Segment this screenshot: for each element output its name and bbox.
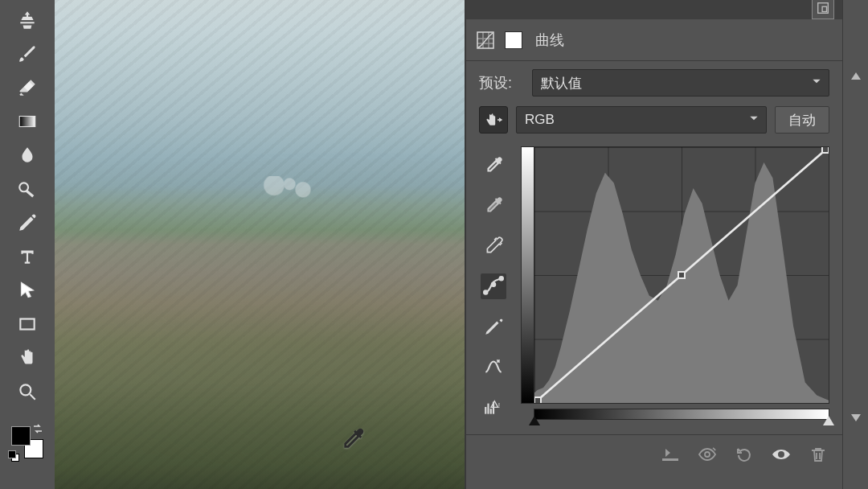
view-previous-state-icon[interactable] [698,446,717,463]
svg-point-1 [19,183,28,191]
default-colors-icon[interactable] [8,450,19,462]
clip-to-layer-icon[interactable] [661,446,680,463]
brush-tool[interactable] [10,39,45,69]
gradient-tool[interactable] [10,106,45,137]
svg-rect-11 [485,407,486,414]
svg-point-10 [500,277,503,280]
layer-mask-thumbnail[interactable] [505,31,522,49]
panel-title-text: 曲线 [535,31,564,50]
panel-dock-icon[interactable] [812,0,834,19]
black-point-eyedropper-icon[interactable] [481,153,506,179]
chevron-down-icon [811,75,822,91]
type-tool[interactable] [10,241,45,272]
curves-panel-header: 曲线 [466,19,842,61]
clone-stamp-tool[interactable] [10,5,45,35]
auto-button[interactable]: 自动 [775,106,829,134]
white-point-eyedropper-icon[interactable] [481,233,506,259]
delete-adjustment-icon[interactable] [809,446,828,463]
hand-tool[interactable] [10,343,45,373]
preset-label: 预设: [479,73,524,92]
adjustment-panel-footer [466,434,842,473]
gray-point-eyedropper-icon[interactable] [481,193,506,219]
targeted-adjustment-button[interactable] [479,106,508,134]
preset-select[interactable]: 默认值 [532,69,829,97]
svg-text:!: ! [498,401,500,409]
svg-point-8 [484,290,487,294]
rectangle-tool[interactable] [10,309,45,339]
svg-rect-12 [487,404,489,414]
svg-rect-6 [822,6,826,11]
preset-value: 默认值 [541,74,582,92]
curves-properties-panel: 曲线 预设: 默认值 RGB [466,0,842,489]
eraser-tool[interactable] [10,72,45,103]
canvas-image [55,0,465,489]
white-input-slider[interactable] [823,416,834,425]
smooth-curve-icon[interactable] [481,354,506,380]
curves-tool-strip: ! [479,146,508,420]
smudge-tool[interactable] [10,140,45,171]
curves-adjustment-icon [474,31,497,50]
histogram-clip-warning-icon[interactable]: ! [481,394,506,420]
svg-point-9 [492,283,495,286]
curve-point-highlight[interactable] [821,147,829,154]
svg-rect-0 [19,117,35,127]
input-gradient-strip [534,409,829,420]
svg-rect-2 [26,190,34,197]
path-selection-tool[interactable] [10,275,45,306]
curve-point-mid[interactable] [678,271,686,279]
scroll-up-icon[interactable] [851,72,861,80]
svg-point-17 [705,452,710,457]
svg-point-4 [20,384,31,395]
panel-scroll-well [842,0,868,489]
adjustment-panel-group: 曲线 预设: 默认值 RGB [466,0,868,489]
foreground-background-swatch[interactable] [11,426,43,458]
dodge-tool[interactable] [10,174,45,204]
edit-curve-points-icon[interactable] [481,273,506,299]
channel-select[interactable]: RGB [516,106,767,134]
swap-colors-icon[interactable] [32,423,43,434]
draw-curve-pencil-icon[interactable] [481,314,506,339]
svg-rect-3 [20,319,34,330]
channel-value: RGB [525,112,555,128]
svg-rect-13 [490,409,492,414]
auto-button-label: 自动 [788,111,816,129]
svg-point-18 [780,453,783,456]
chevron-down-icon [748,112,760,128]
tools-toolbar [0,0,55,489]
toggle-visibility-icon[interactable] [772,446,791,463]
curve-point-shadow[interactable] [534,397,542,403]
document-canvas[interactable] [55,0,465,489]
curves-graph[interactable] [521,146,829,404]
scroll-down-icon[interactable] [851,414,861,421]
output-gradient-strip [522,147,534,403]
black-input-slider[interactable] [529,416,540,425]
zoom-tool[interactable] [10,376,45,407]
pen-tool[interactable] [10,208,45,238]
reset-adjustment-icon[interactable] [735,446,754,463]
foreground-color-swatch[interactable] [11,426,31,446]
